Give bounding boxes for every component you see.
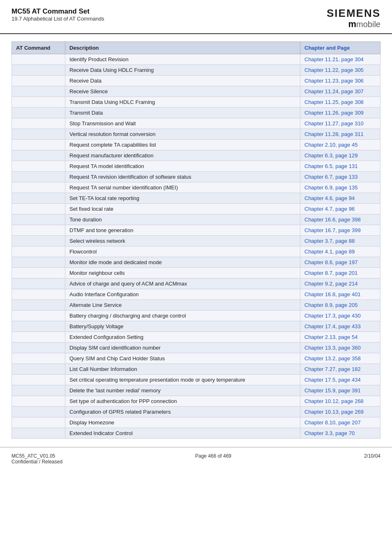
cell-command bbox=[12, 225, 65, 235]
cell-description: Extended Indicator Control bbox=[65, 428, 300, 438]
cell-description: Monitor neighbour cells bbox=[65, 267, 300, 278]
cell-chapter: Chapter 3.3, page 70 bbox=[300, 428, 380, 438]
cell-description: Select wireless network bbox=[65, 235, 300, 246]
cell-description: Request TA revision identification of so… bbox=[65, 171, 300, 182]
page-header: MC55 AT Command Set 19.7 Alphabetical Li… bbox=[0, 0, 392, 34]
table-row: Select wireless networkChapter 3.7, page… bbox=[12, 235, 380, 246]
table-row: Alternate Line ServiceChapter 8.9, page … bbox=[12, 299, 380, 310]
cell-command bbox=[12, 289, 65, 299]
cell-description: Vertical resolution format conversion bbox=[65, 129, 300, 139]
cell-description: Display Homezone bbox=[65, 417, 300, 428]
siemens-logo: SIEMENS mmobile bbox=[327, 7, 380, 29]
table-row: Monitor idle mode and dedicated modeChap… bbox=[12, 257, 380, 267]
cell-chapter: Chapter 11.24, page 307 bbox=[300, 86, 380, 97]
cell-command bbox=[12, 182, 65, 193]
cell-chapter: Chapter 8.10, page 207 bbox=[300, 417, 380, 428]
cell-command bbox=[12, 171, 65, 182]
cell-command bbox=[12, 139, 65, 150]
logo-m-cap: m bbox=[348, 19, 357, 29]
table-row: Extended Configuration SettingChapter 2.… bbox=[12, 332, 380, 342]
cell-description: Receive Data bbox=[65, 75, 300, 86]
cell-chapter: Chapter 4.7, page 96 bbox=[300, 203, 380, 214]
cell-command bbox=[12, 235, 65, 246]
cell-command bbox=[12, 342, 65, 353]
logo-mobile-text: mmobile bbox=[327, 19, 380, 29]
col-header-chapter: Chapter and Page bbox=[300, 41, 380, 54]
cell-chapter: Chapter 6.7, page 133 bbox=[300, 171, 380, 182]
cell-command bbox=[12, 257, 65, 267]
cell-chapter: Chapter 16.8, page 401 bbox=[300, 289, 380, 299]
cell-chapter: Chapter 17.5, page 434 bbox=[300, 374, 380, 385]
table-row: Set critical operating temperature prese… bbox=[12, 374, 380, 385]
cell-chapter: Chapter 11.23, page 306 bbox=[300, 75, 380, 86]
table-row: Audio Interface ConfigurationChapter 16.… bbox=[12, 289, 380, 299]
table-row: Receive DataChapter 11.23, page 306 bbox=[12, 75, 380, 86]
cell-description: Battery charging / discharging and charg… bbox=[65, 310, 300, 321]
footer-doc-status: Confidential / Released bbox=[12, 459, 62, 465]
cell-description: List Call Number Information bbox=[65, 364, 300, 374]
cell-command bbox=[12, 129, 65, 139]
table-row: Request TA model identificationChapter 6… bbox=[12, 161, 380, 171]
table-row: FlowcontrolChapter 4.1, page 89 bbox=[12, 246, 380, 257]
cell-chapter: Chapter 11.25, page 308 bbox=[300, 97, 380, 107]
main-table-container: AT Command Description Chapter and Page … bbox=[0, 34, 392, 443]
table-row: Display HomezoneChapter 8.10, page 207 bbox=[12, 417, 380, 428]
header-left: MC55 AT Command Set 19.7 Alphabetical Li… bbox=[12, 7, 104, 22]
cell-chapter: Chapter 11.21, page 304 bbox=[300, 54, 380, 64]
cell-chapter: Chapter 16.7, page 399 bbox=[300, 225, 380, 235]
cell-command bbox=[12, 75, 65, 86]
cell-description: Tone duration bbox=[65, 214, 300, 225]
logo-obile: mobile bbox=[356, 20, 380, 29]
table-row: Receive Data Using HDLC FramingChapter 1… bbox=[12, 64, 380, 75]
table-row: List Call Number InformationChapter 7.27… bbox=[12, 364, 380, 374]
cell-description: Request TA serial number identification … bbox=[65, 182, 300, 193]
cell-chapter: Chapter 13.2, page 358 bbox=[300, 353, 380, 364]
footer-page-number: Page 466 of 469 bbox=[195, 453, 231, 465]
col-header-description: Description bbox=[65, 41, 300, 54]
cell-description: Set type of authentication for PPP conne… bbox=[65, 396, 300, 406]
cell-description: Receive Data Using HDLC Framing bbox=[65, 64, 300, 75]
table-row: Extended Indicator ControlChapter 3.3, p… bbox=[12, 428, 380, 438]
cell-chapter: Chapter 6.5, page 131 bbox=[300, 161, 380, 171]
cell-command bbox=[12, 86, 65, 97]
cell-command bbox=[12, 193, 65, 203]
cell-chapter: Chapter 16.6, page 398 bbox=[300, 214, 380, 225]
cell-chapter: Chapter 10.12, page 268 bbox=[300, 396, 380, 406]
logo-siemens-text: SIEMENS bbox=[327, 7, 380, 19]
cell-description: Set critical operating temperature prese… bbox=[65, 374, 300, 385]
cell-command bbox=[12, 54, 65, 64]
cell-command bbox=[12, 406, 65, 417]
cell-chapter: Chapter 8.7, page 201 bbox=[300, 267, 380, 278]
document-subtitle: 19.7 Alphabetical List of AT Commands bbox=[12, 16, 104, 22]
table-row: Battery/Supply VoltageChapter 17.4, page… bbox=[12, 321, 380, 332]
cell-description: Set TE-TA local rate reporting bbox=[65, 193, 300, 203]
table-row: Tone durationChapter 16.6, page 398 bbox=[12, 214, 380, 225]
table-row: Set type of authentication for PPP conne… bbox=[12, 396, 380, 406]
table-row: Request TA revision identification of so… bbox=[12, 171, 380, 182]
table-row: Set TE-TA local rate reportingChapter 4.… bbox=[12, 193, 380, 203]
cell-chapter: Chapter 17.3, page 430 bbox=[300, 310, 380, 321]
document-title: MC55 AT Command Set bbox=[12, 7, 104, 16]
table-row: Delete the 'last number redial' memoryCh… bbox=[12, 385, 380, 396]
table-row: Battery charging / discharging and charg… bbox=[12, 310, 380, 321]
cell-command bbox=[12, 97, 65, 107]
cell-description: Request complete TA capabilities list bbox=[65, 139, 300, 150]
table-row: Configuration of GPRS related Parameters… bbox=[12, 406, 380, 417]
cell-description: Extended Configuration Setting bbox=[65, 332, 300, 342]
footer-doc-version: MC55_ATC_V01.05 bbox=[12, 453, 62, 459]
cell-chapter: Chapter 17.4, page 433 bbox=[300, 321, 380, 332]
cell-description: Request TA model identification bbox=[65, 161, 300, 171]
table-row: Vertical resolution format conversionCha… bbox=[12, 129, 380, 139]
cell-chapter: Chapter 4.6, page 94 bbox=[300, 193, 380, 203]
table-row: Transmit DataChapter 11.26, page 309 bbox=[12, 107, 380, 118]
cell-command bbox=[12, 107, 65, 118]
cell-chapter: Chapter 9.2, page 214 bbox=[300, 278, 380, 289]
cell-command bbox=[12, 214, 65, 225]
cell-description: Transmit Data bbox=[65, 107, 300, 118]
cell-chapter: Chapter 3.7, page 88 bbox=[300, 235, 380, 246]
cell-description: Delete the 'last number redial' memory bbox=[65, 385, 300, 396]
cell-command bbox=[12, 246, 65, 257]
table-row: Transmit Data Using HDLC FramingChapter … bbox=[12, 97, 380, 107]
header-row: AT Command Description Chapter and Page bbox=[12, 41, 380, 54]
table-body: Identify Product RevisionChapter 11.21, … bbox=[12, 54, 380, 438]
